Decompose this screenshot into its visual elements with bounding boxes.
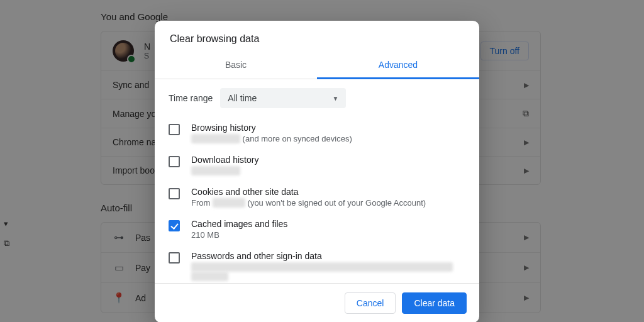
option-passwords: Passwords and other sign-in data xxxxxxx… <box>169 247 465 283</box>
checkbox-download-history[interactable] <box>169 156 180 167</box>
time-range-select[interactable]: All time ▼ <box>220 88 346 108</box>
clear-data-button[interactable]: Clear data <box>402 292 467 314</box>
option-cached-images: Cached images and files 210 MB <box>169 214 465 244</box>
chevron-down-icon: ▼ <box>332 95 338 102</box>
option-title: Cookies and other site data <box>191 187 465 197</box>
option-subtitle: From xxxxxxxx (you won't be signed out o… <box>191 198 465 208</box>
time-range-row: Time range All time ▼ <box>169 88 465 108</box>
option-subtitle: xxxxxxxxxxxx (and more on synced devices… <box>191 134 465 143</box>
option-subtitle: xxxxxxxxxxxx <box>191 166 465 175</box>
option-subtitle: 210 MB <box>191 230 465 240</box>
option-subtitle: xxxxxxxxxxxxxxxxxxxxxxxxxxxxxxxxxxxxxxxx… <box>191 262 465 281</box>
dialog-title: Clear browsing data <box>155 21 479 53</box>
checkbox-passwords[interactable] <box>169 252 180 264</box>
option-title: Download history <box>191 155 465 165</box>
time-range-label: Time range <box>169 93 213 103</box>
checkbox-browsing-history[interactable] <box>169 124 180 135</box>
time-range-value: All time <box>228 93 257 103</box>
clear-browsing-data-dialog: Clear browsing data Basic Advanced Time … <box>155 21 479 322</box>
option-download-history: Download history xxxxxxxxxxxx <box>169 150 465 180</box>
option-title: Cached images and files <box>191 219 465 229</box>
option-title: Passwords and other sign-in data <box>191 251 465 261</box>
option-browsing-history: Browsing history xxxxxxxxxxxx (and more … <box>169 118 465 148</box>
checkbox-cookies[interactable] <box>169 188 180 199</box>
dialog-tabs: Basic Advanced <box>155 53 479 79</box>
cancel-button[interactable]: Cancel <box>345 292 396 314</box>
tab-advanced[interactable]: Advanced <box>317 53 479 79</box>
option-title: Browsing history <box>191 123 465 133</box>
tab-basic[interactable]: Basic <box>155 53 317 79</box>
checkbox-cached-images[interactable] <box>169 220 180 231</box>
options-list: Browsing history xxxxxxxxxxxx (and more … <box>169 118 465 283</box>
dialog-footer: Cancel Clear data <box>155 283 479 322</box>
option-cookies: Cookies and other site data From xxxxxxx… <box>169 182 465 212</box>
